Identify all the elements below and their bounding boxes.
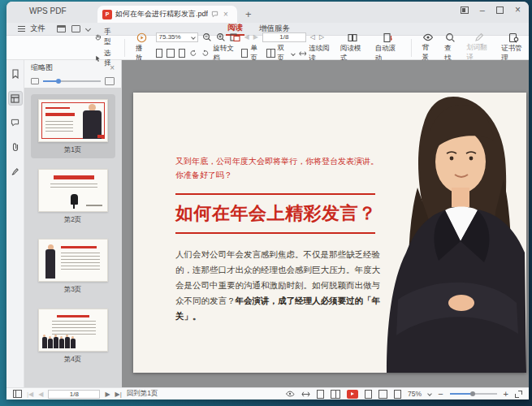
- back-to-first-link[interactable]: 回到第1页: [127, 389, 158, 399]
- fit-width-icon[interactable]: [167, 49, 175, 58]
- toggle-panel-icon[interactable]: [13, 390, 22, 398]
- zoom-slider-handle[interactable]: [470, 391, 475, 396]
- pdf-page-1: 又到年底，公司年度大会即将举行，你将登台发表演讲。 你准备好了吗？ 如何在年会上…: [133, 93, 526, 373]
- status-play-button[interactable]: [347, 390, 358, 399]
- prev-view-icon[interactable]: ◀: [244, 33, 249, 41]
- double-page-dropdown-icon: [291, 51, 295, 55]
- toolbar-divider: [124, 39, 125, 57]
- thumb-size-track[interactable]: [43, 80, 101, 82]
- fit-visible-icon[interactable]: [179, 49, 185, 58]
- thumbnail-label: 第2页: [64, 215, 82, 225]
- background-button[interactable]: 背景: [420, 32, 437, 63]
- zoom-value: 75.35%: [159, 33, 181, 41]
- status-double-page-icon[interactable]: [331, 390, 340, 399]
- thumbnail-page-4[interactable]: 第4页: [31, 304, 115, 368]
- pdf-file-icon: P: [102, 10, 112, 19]
- new-tab-button[interactable]: +: [245, 8, 252, 23]
- play-button[interactable]: 播放: [133, 32, 150, 63]
- maximize-button[interactable]: [496, 6, 504, 14]
- layout-mode-icon[interactable]: [461, 6, 469, 14]
- slide-body-text: 人们会对公司年会发言感到焦虑。不仅是那些缺乏经验的，连那些口才出众的经理也会感到…: [175, 247, 380, 323]
- page-number-input[interactable]: [262, 32, 306, 42]
- signature-panel-button[interactable]: [8, 164, 23, 179]
- status-continuous-icon[interactable]: [301, 391, 310, 398]
- eye-protect-icon[interactable]: [285, 390, 295, 398]
- thumbnail-page-2[interactable]: 第2页: [31, 164, 115, 228]
- status-prev-page-icon[interactable]: ◀: [38, 391, 43, 398]
- status-fit-visible-icon[interactable]: [394, 390, 401, 399]
- document-tab[interactable]: P 如何在年会进行精彩发言.pdf ×: [97, 6, 237, 23]
- bookmark-icon: [11, 69, 19, 79]
- cert-manage-button[interactable]: 证书管理: [499, 32, 529, 63]
- next-view-icon[interactable]: ▶: [253, 33, 258, 41]
- thumbnail-page-3[interactable]: 第3页: [31, 234, 115, 298]
- auto-scroll-button[interactable]: 自动滚动: [373, 32, 403, 63]
- last-page-icon[interactable]: ▶|: [115, 391, 122, 398]
- thumb2-microphone-figure: [71, 194, 78, 205]
- hand-tool-label: 手型: [104, 28, 116, 47]
- zoom-minus-icon[interactable]: −: [438, 390, 443, 399]
- comments-panel-button[interactable]: [8, 115, 23, 130]
- status-next-page-icon[interactable]: ▶: [105, 391, 110, 398]
- comment-icon: [11, 119, 19, 127]
- zoom-slider[interactable]: [450, 393, 497, 395]
- quickbar-dropdown-icon[interactable]: [85, 26, 91, 32]
- status-page-input[interactable]: [48, 390, 100, 399]
- tab-close-icon[interactable]: ×: [223, 10, 228, 19]
- close-button[interactable]: ×: [515, 6, 521, 14]
- next-page-icon[interactable]: ▷: [319, 33, 324, 41]
- prev-page-icon[interactable]: ◁: [310, 33, 315, 41]
- thumbnail-image-2: [38, 169, 108, 212]
- thumbnail-label: 第1页: [64, 145, 82, 155]
- thumbnail-page-1[interactable]: 第1页: [31, 94, 115, 158]
- large-thumb-icon: [105, 77, 115, 85]
- tab-comment-icon: [211, 11, 218, 18]
- thumbnail-panel: 缩略图 × 第1页: [24, 60, 122, 387]
- status-fit-width-icon[interactable]: [378, 390, 387, 399]
- zoom-in-icon[interactable]: [216, 32, 226, 42]
- zoom-out-icon[interactable]: [202, 32, 212, 42]
- status-zoom-dropdown-icon[interactable]: [427, 391, 432, 396]
- thumbnails-icon: [11, 94, 19, 103]
- signature-pen-icon: [11, 167, 19, 176]
- word-translate-button: 划词翻译: [464, 32, 494, 63]
- zoom-plus-icon[interactable]: +: [504, 390, 508, 399]
- zoom-combobox[interactable]: 75.35%: [156, 32, 198, 42]
- eye-icon: [422, 32, 434, 42]
- bookmarks-panel-button[interactable]: [8, 67, 23, 81]
- print-icon[interactable]: [71, 25, 80, 32]
- document-tab-title: 如何在年会进行精彩发言.pdf: [115, 9, 208, 19]
- thumb-size-handle[interactable]: [56, 79, 61, 84]
- fullscreen-icon[interactable]: [515, 391, 522, 398]
- read-mode-button[interactable]: 阅读模式: [338, 32, 368, 63]
- title-divider-bottom: [175, 232, 375, 234]
- find-button[interactable]: 查找: [442, 32, 459, 63]
- status-single-page-icon[interactable]: [317, 390, 324, 399]
- hamburger-menu-icon[interactable]: [18, 26, 25, 32]
- cursor-icon: [94, 54, 102, 63]
- page-arrange-icon[interactable]: [230, 32, 240, 42]
- reading-toolbar: 手型 选择 播放 75.35%: [6, 36, 529, 60]
- thumbnail-label: 第4页: [64, 355, 82, 365]
- side-icon-rail: [6, 60, 24, 387]
- title-divider-top: [175, 193, 375, 195]
- thumb3-person-figure: [45, 244, 56, 279]
- document-view[interactable]: 又到年底，公司年度大会即将举行，你将登台发表演讲。 你准备好了吗？ 如何在年会上…: [122, 60, 529, 387]
- rotate-left-icon[interactable]: [189, 49, 197, 58]
- status-fit-page-icon[interactable]: [365, 390, 372, 399]
- attachments-panel-button[interactable]: [8, 140, 23, 154]
- zoom-dropdown-icon: [191, 35, 196, 40]
- thumbnails-panel-button[interactable]: [8, 91, 23, 106]
- fit-page-icon[interactable]: [156, 49, 162, 58]
- rotate-right-icon[interactable]: [201, 49, 210, 58]
- thumbnail-list: 第1页 第2页: [24, 88, 121, 387]
- first-page-icon[interactable]: |◀: [27, 391, 33, 398]
- select-tool-button[interactable]: 选择: [94, 49, 116, 68]
- thumbnail-image-4: [38, 309, 108, 352]
- file-menu[interactable]: 文件: [30, 24, 45, 34]
- hand-tool-button[interactable]: 手型: [94, 28, 116, 47]
- open-folder-icon[interactable]: [57, 25, 66, 32]
- status-zoom-value[interactable]: 75%: [408, 390, 422, 398]
- book-icon: [347, 32, 358, 43]
- minimize-button[interactable]: –: [480, 6, 485, 14]
